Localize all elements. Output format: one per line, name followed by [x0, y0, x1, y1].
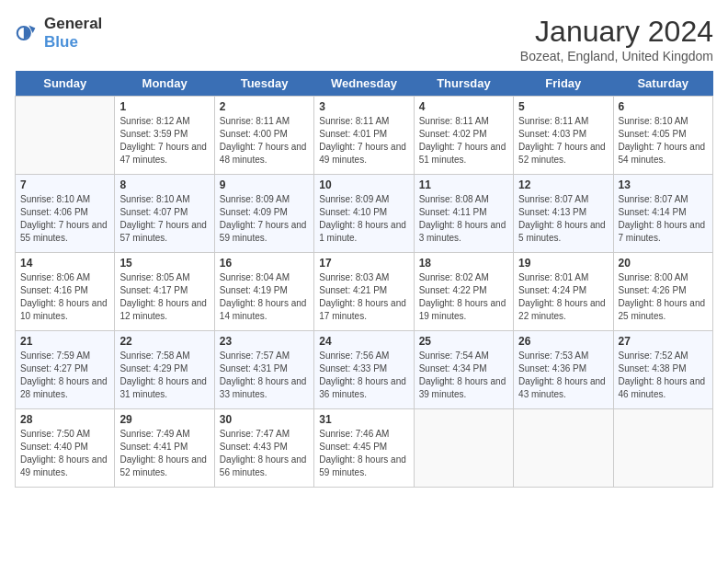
day-info: Sunrise: 8:00 AMSunset: 4:26 PMDaylight:…: [619, 271, 708, 323]
table-row: 17Sunrise: 8:03 AMSunset: 4:21 PMDayligh…: [314, 253, 414, 331]
day-number: 6: [619, 100, 708, 113]
col-tuesday: Tuesday: [214, 71, 313, 97]
table-row: 11Sunrise: 8:08 AMSunset: 4:11 PMDayligh…: [414, 175, 513, 253]
day-info: Sunrise: 8:02 AMSunset: 4:22 PMDaylight:…: [419, 271, 508, 323]
day-number: 20: [619, 257, 708, 270]
col-wednesday: Wednesday: [314, 71, 414, 97]
day-number: 7: [20, 178, 109, 191]
day-number: 24: [319, 335, 408, 348]
day-number: 19: [518, 257, 608, 270]
day-info: Sunrise: 8:11 AMSunset: 4:02 PMDaylight:…: [419, 115, 508, 167]
day-info: Sunrise: 8:10 AMSunset: 4:05 PMDaylight:…: [619, 115, 708, 167]
table-row: 25Sunrise: 7:54 AMSunset: 4:34 PMDayligh…: [414, 331, 513, 409]
day-number: 2: [220, 100, 309, 113]
table-row: 21Sunrise: 7:59 AMSunset: 4:27 PMDayligh…: [16, 331, 115, 409]
table-row: 5Sunrise: 8:11 AMSunset: 4:03 PMDaylight…: [514, 97, 613, 175]
calendar-header-row: Sunday Monday Tuesday Wednesday Thursday…: [16, 71, 713, 97]
table-row: 18Sunrise: 8:02 AMSunset: 4:22 PMDayligh…: [414, 253, 513, 331]
table-row: 14Sunrise: 8:06 AMSunset: 4:16 PMDayligh…: [16, 253, 115, 331]
col-saturday: Saturday: [613, 71, 712, 97]
day-info: Sunrise: 7:57 AMSunset: 4:31 PMDaylight:…: [220, 350, 309, 401]
calendar-week-row: 28Sunrise: 7:50 AMSunset: 4:40 PMDayligh…: [16, 409, 713, 488]
day-info: Sunrise: 7:53 AMSunset: 4:36 PMDaylight:…: [518, 350, 608, 401]
table-row: 10Sunrise: 8:09 AMSunset: 4:10 PMDayligh…: [314, 175, 414, 253]
table-row: 24Sunrise: 7:56 AMSunset: 4:33 PMDayligh…: [314, 331, 414, 409]
col-sunday: Sunday: [16, 71, 115, 97]
day-info: Sunrise: 7:50 AMSunset: 4:40 PMDaylight:…: [20, 428, 109, 479]
table-row: 4Sunrise: 8:11 AMSunset: 4:02 PMDaylight…: [414, 97, 513, 175]
table-row: 23Sunrise: 7:57 AMSunset: 4:31 PMDayligh…: [214, 331, 313, 409]
day-number: 12: [518, 178, 608, 191]
col-friday: Friday: [514, 71, 613, 97]
table-row: 30Sunrise: 7:47 AMSunset: 4:43 PMDayligh…: [214, 409, 313, 488]
logo-text: General Blue: [44, 15, 102, 52]
day-info: Sunrise: 7:56 AMSunset: 4:33 PMDaylight:…: [319, 350, 408, 401]
calendar-title: January 2024: [520, 15, 713, 49]
calendar-week-row: 14Sunrise: 8:06 AMSunset: 4:16 PMDayligh…: [16, 253, 713, 331]
day-number: 3: [319, 100, 408, 113]
day-info: Sunrise: 8:04 AMSunset: 4:19 PMDaylight:…: [220, 271, 309, 323]
table-row: [514, 409, 613, 488]
table-row: 16Sunrise: 8:04 AMSunset: 4:19 PMDayligh…: [214, 253, 313, 331]
table-row: 26Sunrise: 7:53 AMSunset: 4:36 PMDayligh…: [514, 331, 613, 409]
day-number: 23: [220, 335, 309, 348]
day-number: 9: [220, 178, 309, 191]
table-row: 27Sunrise: 7:52 AMSunset: 4:38 PMDayligh…: [613, 331, 712, 409]
calendar-table: Sunday Monday Tuesday Wednesday Thursday…: [15, 71, 713, 488]
day-info: Sunrise: 8:10 AMSunset: 4:06 PMDaylight:…: [20, 193, 109, 245]
day-number: 17: [319, 257, 408, 270]
day-number: 18: [419, 257, 508, 270]
day-number: 26: [518, 335, 608, 348]
table-row: 7Sunrise: 8:10 AMSunset: 4:06 PMDaylight…: [16, 175, 115, 253]
day-info: Sunrise: 8:10 AMSunset: 4:07 PMDaylight:…: [119, 193, 209, 245]
calendar-subtitle: Bozeat, England, United Kingdom: [520, 49, 713, 63]
day-info: Sunrise: 7:47 AMSunset: 4:43 PMDaylight:…: [220, 428, 309, 479]
day-info: Sunrise: 8:11 AMSunset: 4:00 PMDaylight:…: [220, 115, 309, 167]
day-number: 30: [220, 413, 309, 426]
table-row: [613, 409, 712, 488]
table-row: 20Sunrise: 8:00 AMSunset: 4:26 PMDayligh…: [613, 253, 712, 331]
logo: General Blue: [15, 15, 102, 52]
day-number: 28: [20, 413, 109, 426]
day-number: 11: [419, 178, 508, 191]
calendar-week-row: 1Sunrise: 8:12 AMSunset: 3:59 PMDaylight…: [16, 97, 713, 175]
table-row: 13Sunrise: 8:07 AMSunset: 4:14 PMDayligh…: [613, 175, 712, 253]
day-number: 22: [119, 335, 209, 348]
col-thursday: Thursday: [414, 71, 513, 97]
title-block: January 2024 Bozeat, England, United Kin…: [520, 15, 713, 63]
day-info: Sunrise: 7:52 AMSunset: 4:38 PMDaylight:…: [619, 350, 708, 401]
day-number: 10: [319, 178, 408, 191]
day-number: 5: [518, 100, 608, 113]
day-info: Sunrise: 7:49 AMSunset: 4:41 PMDaylight:…: [119, 428, 209, 479]
table-row: 19Sunrise: 8:01 AMSunset: 4:24 PMDayligh…: [514, 253, 613, 331]
logo-icon: [15, 20, 40, 46]
day-info: Sunrise: 7:46 AMSunset: 4:45 PMDaylight:…: [319, 428, 408, 479]
day-number: 27: [619, 335, 708, 348]
table-row: 9Sunrise: 8:09 AMSunset: 4:09 PMDaylight…: [214, 175, 313, 253]
day-number: 8: [119, 178, 209, 191]
table-row: 3Sunrise: 8:11 AMSunset: 4:01 PMDaylight…: [314, 97, 414, 175]
day-number: 4: [419, 100, 508, 113]
table-row: 6Sunrise: 8:10 AMSunset: 4:05 PMDaylight…: [613, 97, 712, 175]
table-row: 29Sunrise: 7:49 AMSunset: 4:41 PMDayligh…: [115, 409, 214, 488]
day-info: Sunrise: 8:09 AMSunset: 4:09 PMDaylight:…: [220, 193, 309, 245]
table-row: 8Sunrise: 8:10 AMSunset: 4:07 PMDaylight…: [115, 175, 214, 253]
page-header: General Blue January 2024 Bozeat, Englan…: [15, 15, 713, 63]
day-number: 29: [119, 413, 209, 426]
table-row: 12Sunrise: 8:07 AMSunset: 4:13 PMDayligh…: [514, 175, 613, 253]
day-info: Sunrise: 7:59 AMSunset: 4:27 PMDaylight:…: [20, 350, 109, 401]
table-row: [16, 97, 115, 175]
day-number: 25: [419, 335, 508, 348]
table-row: 1Sunrise: 8:12 AMSunset: 3:59 PMDaylight…: [115, 97, 214, 175]
table-row: 22Sunrise: 7:58 AMSunset: 4:29 PMDayligh…: [115, 331, 214, 409]
day-info: Sunrise: 8:07 AMSunset: 4:14 PMDaylight:…: [619, 193, 708, 245]
day-number: 31: [319, 413, 408, 426]
day-number: 21: [20, 335, 109, 348]
table-row: [414, 409, 513, 488]
day-info: Sunrise: 7:54 AMSunset: 4:34 PMDaylight:…: [419, 350, 508, 401]
day-number: 16: [220, 257, 309, 270]
table-row: 31Sunrise: 7:46 AMSunset: 4:45 PMDayligh…: [314, 409, 414, 488]
day-info: Sunrise: 8:06 AMSunset: 4:16 PMDaylight:…: [20, 271, 109, 323]
calendar-week-row: 21Sunrise: 7:59 AMSunset: 4:27 PMDayligh…: [16, 331, 713, 409]
day-info: Sunrise: 8:05 AMSunset: 4:17 PMDaylight:…: [119, 271, 209, 323]
